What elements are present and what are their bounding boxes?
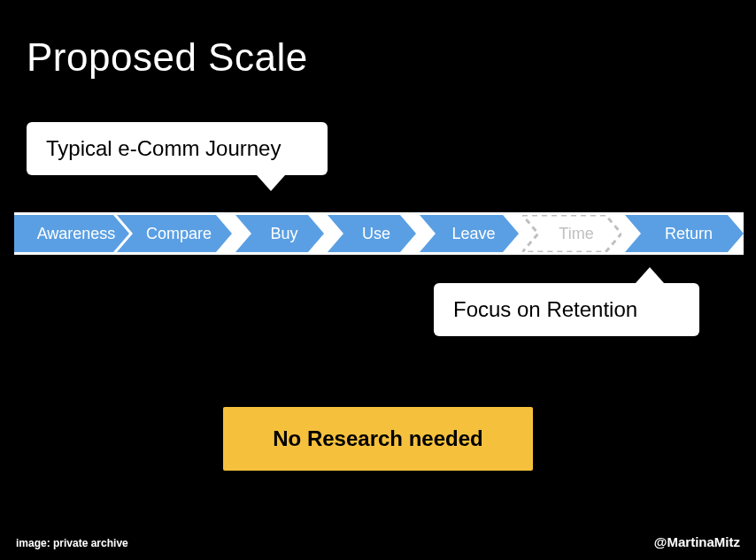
callout-typical-journey: Typical e-Comm Journey [27, 122, 328, 175]
author-handle: @MartinaMitz [654, 534, 740, 549]
step-label: Buy [261, 225, 297, 242]
step-label: Awareness [28, 225, 116, 242]
step-label: Leave [443, 225, 495, 242]
step-time: Time [522, 215, 621, 252]
step-use: Use [328, 215, 416, 252]
step-label: Compare [137, 225, 212, 242]
step-label: Time [550, 225, 593, 242]
callout-focus-retention: Focus on Retention [434, 283, 699, 336]
step-leave: Leave [420, 215, 519, 252]
slide-title: Proposed Scale [27, 35, 308, 80]
step-return: Return [625, 215, 744, 252]
journey-chevron-bar: Awareness Compare Buy Use Leave Time Ret… [14, 212, 744, 255]
step-compare: Compare [117, 215, 232, 252]
step-awareness: Awareness [14, 215, 129, 252]
image-credit: image: private archive [16, 537, 128, 549]
step-buy: Buy [235, 215, 324, 252]
no-research-needed-banner: No Research needed [223, 407, 533, 471]
step-label: Return [656, 225, 713, 242]
step-label: Use [353, 225, 390, 242]
